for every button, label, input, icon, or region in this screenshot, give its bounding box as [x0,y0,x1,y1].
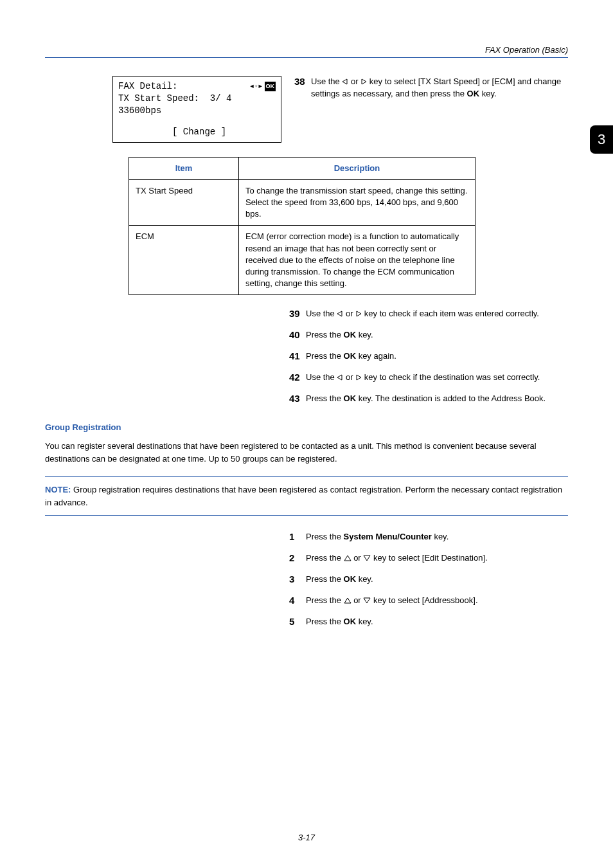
th-item: Item [129,157,239,179]
lcd-line4: [ Change ] [118,126,276,138]
step-5-num: 5 [289,616,306,628]
lcd-screen: FAX Detail: ◂ ✧ ▸ OK TX Start Speed: 3/ … [112,76,281,143]
triangle-left-icon [337,374,343,381]
svg-marker-2 [337,311,342,316]
triangle-down-icon [363,597,371,604]
th-desc: Description [239,157,475,179]
step-40-text: Press the OK key. [306,329,373,341]
step-41-num: 41 [289,350,306,363]
step-42-text: Use the or key to check if the destinati… [306,372,540,384]
cell-item: ECM [129,226,239,295]
triangle-left-icon [342,78,348,85]
lcd-nav-ok: ◂ ✧ ▸ OK [249,80,276,93]
step-39-text: Use the or key to check if each item was… [306,308,539,320]
triangle-right-icon [355,311,362,317]
step-38-text: Use the or key to select [TX Start Speed… [311,76,568,143]
step-5-text: Press the OK key. [306,616,373,628]
settings-table: Item Description TX Start Speed To chang… [129,157,475,296]
step-43-text: Press the OK key. The destination is add… [306,393,546,405]
lcd-ok-badge: OK [265,82,276,91]
lcd-arrow-left-icon: ◂ [249,80,254,93]
step-1-text: Press the System Menu/Counter key. [306,531,449,543]
chapter-tab: 3 [590,125,613,154]
step-2-text: Press the or key to select [Edit Destina… [306,552,488,565]
triangle-left-icon [337,311,343,317]
svg-marker-7 [364,556,370,561]
svg-marker-8 [344,598,351,603]
table-row: TX Start Speed To change the transmissio… [129,179,475,226]
triangle-up-icon [344,555,351,561]
header-rule: FAX Operation (Basic) [45,45,568,58]
svg-marker-6 [344,556,351,561]
cell-desc: ECM (error correction mode) is a functio… [239,226,475,295]
step-3-text: Press the OK key. [306,574,373,586]
lcd-line1-left: FAX Detail: [118,80,177,93]
step-40-num: 40 [289,329,306,341]
svg-marker-4 [337,375,342,380]
cell-item: TX Start Speed [129,179,239,226]
step-38-num: 38 [294,76,311,143]
step-4-num: 4 [289,595,306,607]
triangle-right-icon [360,78,367,85]
lcd-line2: TX Start Speed: 3/ 4 [118,93,276,105]
step-4-text: Press the or key to select [Addressbook]… [306,595,478,607]
step-2-num: 2 [289,552,306,565]
step-39-num: 39 [289,308,306,320]
triangle-down-icon [363,555,371,561]
cell-desc: To change the transmission start speed, … [239,179,475,226]
header-title: FAX Operation (Basic) [45,45,568,55]
step-42-num: 42 [289,372,306,384]
step-43-num: 43 [289,393,306,405]
table-row: ECM ECM (error correction mode) is a fun… [129,226,475,295]
page-number: 3-17 [0,833,613,842]
step-41-text: Press the OK key again. [306,350,396,363]
svg-marker-9 [364,598,370,603]
note-label: NOTE: [45,485,71,494]
svg-marker-0 [342,79,347,84]
svg-marker-1 [362,79,366,84]
lcd-arrow-right-icon: ▸ [258,80,263,93]
triangle-right-icon [355,374,362,381]
lcd-line3: 33600bps [118,105,276,117]
step-3-num: 3 [289,574,306,586]
note-text: Group registration requires destinations… [45,485,562,507]
svg-marker-5 [357,375,361,380]
note-block: NOTE: Group registration requires destin… [45,476,568,516]
svg-marker-3 [357,311,361,316]
step-1-num: 1 [289,531,306,543]
group-para: You can register several destinations th… [45,440,568,465]
group-heading: Group Registration [45,422,568,432]
triangle-up-icon [344,597,351,604]
